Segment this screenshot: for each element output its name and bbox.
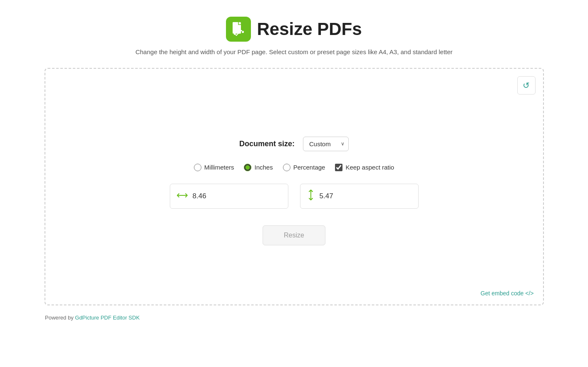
app-icon — [226, 17, 251, 42]
main-card: ↺ Document size: Custom A4 A3 Letter Leg… — [45, 68, 544, 305]
radio-percentage[interactable]: Percentage — [283, 164, 325, 171]
content-area: Document size: Custom A4 A3 Letter Legal… — [54, 77, 535, 296]
radio-inches[interactable]: Inches — [244, 164, 273, 171]
radio-pct-input[interactable] — [283, 164, 290, 171]
radio-in-label: Inches — [254, 164, 273, 171]
width-input-wrapper — [170, 184, 288, 209]
height-icon — [307, 190, 315, 203]
page-subtitle: Change the height and width of your PDF … — [135, 48, 452, 55]
checkbox-keep-aspect[interactable]: Keep aspect ratio — [335, 164, 394, 171]
keep-aspect-checkbox[interactable] — [335, 164, 342, 171]
document-size-row: Document size: Custom A4 A3 Letter Legal — [239, 137, 349, 151]
powered-by-link[interactable]: GdPicture PDF Editor SDK — [75, 315, 139, 321]
reset-button[interactable]: ↺ — [517, 76, 536, 95]
resize-button[interactable]: Resize — [263, 225, 325, 245]
radio-mm-label: Millimeters — [204, 164, 234, 171]
height-input[interactable] — [320, 192, 412, 200]
height-input-wrapper — [300, 184, 419, 209]
document-size-select[interactable]: Custom A4 A3 Letter Legal — [303, 137, 349, 151]
keep-aspect-label: Keep aspect ratio — [345, 164, 394, 171]
reset-icon: ↺ — [523, 80, 530, 90]
size-select-wrapper: Custom A4 A3 Letter Legal — [303, 137, 349, 151]
radio-in-input[interactable] — [244, 164, 251, 171]
radio-mm-input[interactable] — [194, 164, 201, 171]
powered-by: Powered by GdPicture PDF Editor SDK — [45, 315, 140, 321]
document-size-label: Document size: — [239, 140, 295, 148]
page-title: Resize PDFs — [257, 19, 362, 39]
powered-by-text: Powered by — [45, 315, 75, 321]
title-row: Resize PDFs — [226, 17, 362, 42]
footer-card: Get embed code </> — [481, 290, 534, 297]
embed-code-link[interactable]: Get embed code </> — [481, 290, 534, 297]
radio-pct-label: Percentage — [293, 164, 325, 171]
page-header: Resize PDFs Change the height and width … — [135, 0, 452, 55]
units-row: Millimeters Inches Percentage Keep aspec… — [194, 164, 394, 171]
radio-millimeters[interactable]: Millimeters — [194, 164, 234, 171]
width-icon — [177, 191, 188, 202]
width-input[interactable] — [193, 192, 281, 200]
dimensions-row — [170, 184, 419, 209]
